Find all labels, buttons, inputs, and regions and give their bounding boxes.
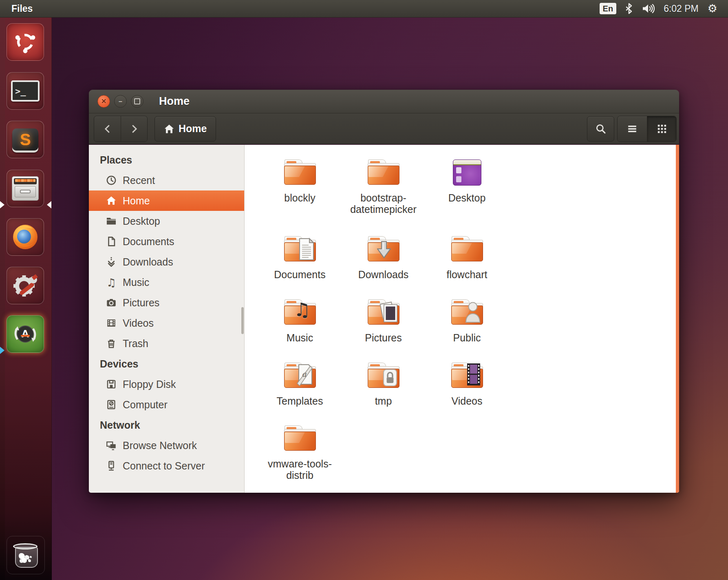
file-item[interactable]: Documents <box>258 234 342 297</box>
updater-notification-arrow <box>0 347 4 354</box>
places-sidebar: Places Recent Home Desktop Documents Dow… <box>89 145 245 493</box>
file-item[interactable]: Public <box>425 297 509 360</box>
grid-view-button[interactable] <box>647 116 676 142</box>
list-view-icon <box>627 123 638 135</box>
sidebar-item-connect-to-server[interactable]: Connect to Server <box>89 456 244 476</box>
content-scrollbar[interactable] <box>676 145 679 493</box>
search-button[interactable] <box>587 116 614 142</box>
sidebar-item-recent[interactable]: Recent <box>89 170 244 190</box>
breadcrumb-label: Home <box>179 123 207 135</box>
sidebar-item-desktop[interactable]: Desktop <box>89 211 244 231</box>
file-label: Pictures <box>365 332 402 343</box>
document-icon <box>106 236 117 247</box>
file-item[interactable]: Pictures <box>342 297 425 360</box>
sidebar-item-computer[interactable]: Computer <box>89 394 244 415</box>
file-item[interactable]: flowchart <box>425 234 509 297</box>
sidebar-item-label: Music <box>123 277 149 288</box>
trash-icon <box>106 338 117 349</box>
server-icon <box>106 460 117 471</box>
file-label: Templates <box>277 395 323 407</box>
sidebar-item-browse-network[interactable]: Browse Network <box>89 435 244 456</box>
file-item[interactable]: Downloads <box>342 234 425 297</box>
file-item[interactable]: ♫ Music <box>258 297 342 360</box>
back-button[interactable] <box>94 116 121 142</box>
sidebar-item-pictures[interactable]: Pictures <box>89 292 244 313</box>
terminal-icon: >_ <box>11 80 40 102</box>
file-item[interactable]: blockly <box>258 157 342 234</box>
launcher-item-trash[interactable] <box>7 536 45 574</box>
sidebar-section-places: Places <box>89 150 244 170</box>
breadcrumb-home-button[interactable]: Home <box>154 116 216 142</box>
volume-icon[interactable] <box>642 3 655 14</box>
top-panel: Files En 6:02 PM ⚙ <box>0 0 728 18</box>
maximize-button[interactable] <box>131 95 143 108</box>
bluetooth-icon[interactable] <box>625 3 633 14</box>
file-label: Videos <box>452 395 483 407</box>
file-item[interactable]: Videos <box>425 360 509 423</box>
list-view-button[interactable] <box>618 116 647 142</box>
download-arrow-emblem-icon <box>376 241 392 259</box>
folder-documents-icon <box>284 236 316 261</box>
close-button[interactable]: ✕ <box>97 95 110 108</box>
folder-public-icon <box>451 299 483 325</box>
launcher-item-sublime-text[interactable]: S <box>7 121 44 158</box>
grid-view-icon <box>656 123 668 135</box>
focused-indicator-arrow <box>47 201 51 208</box>
filmstrip-emblem-icon <box>466 363 481 386</box>
sidebar-item-trash[interactable]: Trash <box>89 333 244 354</box>
sidebar-item-label: Connect to Server <box>123 460 205 472</box>
file-label: Downloads <box>358 269 409 280</box>
folder-lock-icon <box>368 363 399 388</box>
download-icon <box>106 257 117 267</box>
active-app-name: Files <box>11 3 33 14</box>
file-label: tmp <box>375 395 392 407</box>
search-icon <box>595 123 607 135</box>
lock-emblem-icon <box>383 369 397 387</box>
sidebar-item-label: Pictures <box>123 297 159 309</box>
file-label: flowchart <box>446 269 487 280</box>
sidebar-item-label: Browse Network <box>123 440 197 452</box>
svg-text:a: a <box>302 369 307 379</box>
sidebar-item-label: Trash <box>123 338 148 350</box>
camera-icon <box>106 297 117 308</box>
launcher-item-files[interactable] <box>7 170 44 207</box>
clock[interactable]: 6:02 PM <box>664 3 699 14</box>
launcher-item-firefox[interactable] <box>7 218 44 256</box>
trash-can-icon <box>13 543 38 567</box>
photos-emblem-icon <box>379 301 399 323</box>
launcher-item-terminal[interactable]: >_ <box>7 72 44 110</box>
music-note-icon: ♫ <box>106 277 117 288</box>
file-item[interactable]: bootstrap-datetimepicker <box>342 157 425 234</box>
recent-clock-icon <box>106 175 117 186</box>
sidebar-item-music[interactable]: ♫ Music <box>89 272 244 292</box>
folder-icon <box>284 425 316 451</box>
file-grid: blockly bootstrap-datetimepicker Desktop… <box>245 145 679 493</box>
home-icon <box>164 124 174 134</box>
minimize-button[interactable]: – <box>114 95 127 108</box>
sidebar-item-downloads[interactable]: Downloads <box>89 252 244 272</box>
window-titlebar[interactable]: ✕ – Home <box>89 90 679 113</box>
sidebar-item-home[interactable]: Home <box>89 190 244 211</box>
software-updater-icon: A <box>12 321 39 348</box>
sidebar-item-documents[interactable]: Documents <box>89 231 244 252</box>
file-item[interactable]: Desktop <box>425 157 509 234</box>
forward-button[interactable] <box>121 116 147 142</box>
person-emblem-icon <box>464 301 481 323</box>
settings-gear-wrench-icon <box>11 271 40 300</box>
file-item[interactable]: vmware-tools-distrib <box>258 423 342 493</box>
launcher-item-software-updater[interactable]: A <box>7 315 44 353</box>
file-item[interactable]: a Templates <box>258 360 342 423</box>
launcher-item-dash-home[interactable] <box>7 23 44 61</box>
sidebar-section-network: Network <box>89 415 244 435</box>
session-menu-icon[interactable]: ⚙ <box>708 3 717 14</box>
sidebar-item-floppy-disk[interactable]: Floppy Disk <box>89 374 244 394</box>
sidebar-item-videos[interactable]: Videos <box>89 313 244 333</box>
folder-templates-icon: a <box>284 363 316 388</box>
launcher-item-system-settings[interactable] <box>7 267 44 304</box>
file-label: Desktop <box>448 192 486 204</box>
window-title: Home <box>159 95 190 108</box>
keyboard-indicator[interactable]: En <box>600 3 617 14</box>
file-item[interactable]: tmp <box>342 360 425 423</box>
network-icon <box>106 440 117 451</box>
sidebar-scrollbar-thumb[interactable] <box>241 307 244 334</box>
